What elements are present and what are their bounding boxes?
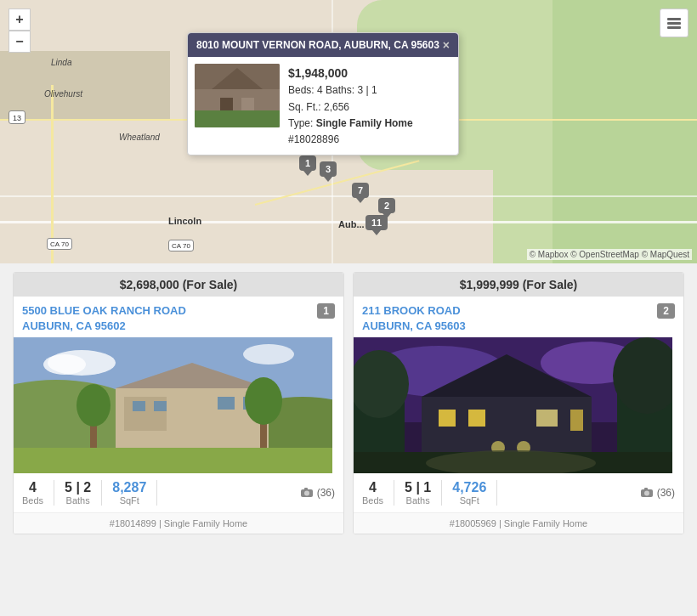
map-attribution: © Mapbox © OpenStreetMap © MapQuest bbox=[527, 249, 692, 260]
svg-rect-39 bbox=[439, 410, 456, 427]
map-marker-2[interactable]: 2 bbox=[378, 198, 395, 213]
map-label-auburn: Aub... bbox=[338, 219, 365, 229]
listing-card-2: $1,999,999 (For Sale) 211 BROOK ROAD AUB… bbox=[353, 272, 684, 534]
svg-point-26 bbox=[245, 377, 282, 425]
map-controls: + − bbox=[8, 8, 31, 53]
map-marker-3[interactable]: 3 bbox=[320, 161, 337, 177]
svg-point-54 bbox=[644, 491, 649, 496]
stat-baths-2: 5 | 1 Baths bbox=[394, 480, 442, 506]
beds-value-1: 4 bbox=[29, 480, 37, 495]
map-popup-type: Type: Single Family Home bbox=[288, 116, 413, 132]
sqft-value-1: 8,287 bbox=[112, 480, 146, 495]
listing-price-bar-2: $1,999,999 (For Sale) bbox=[354, 273, 683, 297]
svg-rect-41 bbox=[536, 410, 558, 427]
baths-value-2: 5 | 1 bbox=[405, 480, 431, 495]
map-green-area-3 bbox=[552, 0, 697, 263]
map-marker-7[interactable]: 7 bbox=[352, 183, 369, 198]
map-road-ca70 bbox=[51, 85, 54, 263]
listing-number-2: 2 bbox=[657, 303, 675, 319]
listing-footer-1: #18014899 | Single Family Home bbox=[14, 513, 343, 534]
listing-address-1[interactable]: 5500 BLUE OAK RANCH ROAD AUBURN, CA 9560… bbox=[22, 303, 186, 334]
map-layers-button[interactable] bbox=[660, 8, 688, 37]
listing-stats-2: 4 Beds 5 | 1 Baths 4,726 SqFt (36) bbox=[354, 473, 683, 513]
listing-footer-2: #18005969 | Single Family Home bbox=[354, 513, 683, 534]
map-popup-address: 8010 MOUNT VERNON ROAD, AUBURN, CA 95603 bbox=[196, 39, 439, 51]
beds-label-2: Beds bbox=[362, 495, 383, 506]
svg-point-24 bbox=[76, 384, 110, 427]
zoom-in-button[interactable]: + bbox=[8, 8, 31, 31]
sqft-value-2: 4,726 bbox=[452, 480, 486, 495]
map-road-2 bbox=[0, 195, 697, 197]
map-highway-badge-ca70: CA 70 bbox=[47, 238, 72, 250]
beds-value-2: 4 bbox=[369, 480, 377, 495]
sqft-label-2: SqFt bbox=[460, 495, 479, 506]
map-area: Linda Olivehurst Wheatland Lincoln Aub..… bbox=[0, 0, 697, 263]
svg-point-9 bbox=[43, 354, 86, 375]
map-marker-11[interactable]: 11 bbox=[366, 215, 388, 230]
map-label-olivehurst: Olivehurst bbox=[44, 89, 82, 99]
listing-header-2: 211 BROOK ROAD AUBURN, CA 95603 2 bbox=[354, 297, 683, 337]
listings-container: $2,698,000 (For Sale) 5500 BLUE OAK RANC… bbox=[0, 263, 697, 543]
map-label-wheatland: Wheatland bbox=[119, 133, 160, 142]
photo-count-1: (36) bbox=[300, 480, 335, 506]
listing-photo-2[interactable] bbox=[354, 337, 683, 473]
map-tan-area bbox=[0, 51, 170, 119]
map-popup-price: $1,948,000 bbox=[288, 64, 413, 82]
listing-number-1: 1 bbox=[317, 303, 335, 319]
stat-sqft-2: 4,726 SqFt bbox=[442, 480, 497, 506]
baths-label-1: Baths bbox=[66, 495, 90, 506]
svg-point-10 bbox=[243, 344, 294, 365]
map-popup: 8010 MOUNT VERNON ROAD, AUBURN, CA 95603… bbox=[187, 32, 459, 155]
listing-price-bar-1: $2,698,000 (For Sale) bbox=[14, 273, 343, 297]
map-popup-header: 8010 MOUNT VERNON ROAD, AUBURN, CA 95603… bbox=[188, 33, 458, 57]
svg-rect-5 bbox=[195, 110, 280, 127]
beds-label-1: Beds bbox=[22, 495, 43, 506]
camera-icon-1 bbox=[300, 488, 314, 498]
map-highway-badge-ca70b: CA 70 bbox=[168, 240, 194, 251]
svg-rect-40 bbox=[468, 410, 485, 427]
map-label-lincoln: Lincoln bbox=[168, 216, 201, 226]
svg-rect-17 bbox=[154, 401, 167, 411]
listing-card-1: $2,698,000 (For Sale) 5500 BLUE OAK RANC… bbox=[13, 272, 344, 534]
map-popup-beds-baths: Beds: 4 Baths: 3 | 1 bbox=[288, 82, 413, 99]
map-popup-sqft: Sq. Ft.: 2,656 bbox=[288, 99, 413, 116]
map-highway-badge-13: 13 bbox=[8, 110, 26, 124]
svg-rect-29 bbox=[304, 488, 308, 490]
svg-rect-42 bbox=[570, 410, 583, 431]
map-popup-close-button[interactable]: × bbox=[443, 38, 450, 52]
svg-rect-18 bbox=[218, 397, 235, 410]
map-popup-image bbox=[195, 64, 280, 127]
listing-header-1: 5500 BLUE OAK RANCH ROAD AUBURN, CA 9560… bbox=[14, 297, 343, 337]
stat-beds-2: 4 Beds bbox=[362, 480, 394, 506]
photo-count-2: (36) bbox=[640, 480, 675, 506]
listing-address-2[interactable]: 211 BROOK ROAD AUBURN, CA 95603 bbox=[362, 303, 466, 334]
listing-photo-1[interactable] bbox=[14, 337, 343, 473]
svg-rect-16 bbox=[133, 401, 145, 411]
map-label-linda: Linda bbox=[51, 58, 71, 67]
svg-rect-22 bbox=[14, 448, 332, 473]
svg-rect-55 bbox=[644, 488, 648, 490]
stat-baths-1: 5 | 2 Baths bbox=[54, 480, 102, 506]
baths-value-1: 5 | 2 bbox=[65, 480, 91, 495]
map-popup-body: $1,948,000 Beds: 4 Baths: 3 | 1 Sq. Ft.:… bbox=[188, 57, 458, 155]
stat-beds-1: 4 Beds bbox=[22, 480, 54, 506]
sqft-label-1: SqFt bbox=[120, 495, 139, 506]
svg-rect-4 bbox=[241, 98, 254, 110]
map-popup-info: $1,948,000 Beds: 4 Baths: 3 | 1 Sq. Ft.:… bbox=[288, 64, 413, 148]
map-popup-id: #18028896 bbox=[288, 132, 413, 148]
map-marker-1[interactable]: 1 bbox=[299, 155, 316, 171]
layers-icon bbox=[667, 18, 681, 29]
camera-icon-2 bbox=[640, 488, 654, 498]
svg-point-28 bbox=[304, 491, 309, 496]
stat-sqft-1: 8,287 SqFt bbox=[102, 480, 157, 506]
listing-stats-1: 4 Beds 5 | 2 Baths 8,287 SqFt (36) bbox=[14, 473, 343, 513]
baths-label-2: Baths bbox=[406, 495, 430, 506]
zoom-out-button[interactable]: − bbox=[8, 31, 31, 53]
